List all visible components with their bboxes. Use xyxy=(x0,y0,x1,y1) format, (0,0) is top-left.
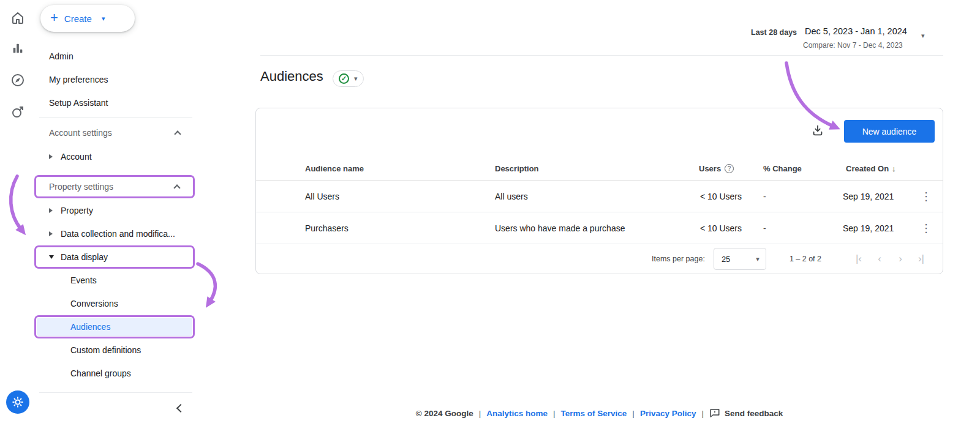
header-audience-name[interactable]: Audience name xyxy=(305,156,364,181)
app-rail xyxy=(0,0,34,437)
audience-name-cell: Purchasers xyxy=(305,212,349,244)
expand-right-icon xyxy=(49,231,53,236)
pagination-bar: Items per page: 25 ▾ 1 – 2 of 2 |‹ ‹ › ›… xyxy=(256,244,943,274)
expand-right-icon xyxy=(49,154,53,159)
last-page-icon[interactable]: ›| xyxy=(911,248,932,269)
created-on-header-label: Created On xyxy=(846,164,889,173)
property-label: Property xyxy=(61,206,93,215)
row-menu-icon[interactable]: ⋮ xyxy=(918,181,935,212)
sidebar-item-data-collection[interactable]: Data collection and modifica... xyxy=(34,222,196,245)
sidebar-item-property[interactable]: Property xyxy=(34,199,196,222)
sidebar-item-conversions[interactable]: Conversions xyxy=(34,292,196,315)
copyright-label: © 2024 Google xyxy=(416,409,473,418)
users-header-label: Users xyxy=(699,164,721,173)
sidebar-item-my-preferences[interactable]: My preferences xyxy=(34,68,196,91)
data-display-label: Data display xyxy=(61,252,108,262)
expand-right-icon xyxy=(49,208,53,213)
description-cell: Users who have made a purchase xyxy=(495,212,625,244)
created-on-cell: Sep 19, 2021 xyxy=(843,212,894,244)
account-settings-label: Account settings xyxy=(49,128,112,138)
page-footer: © 2024 Google | Analytics home | Terms o… xyxy=(255,404,943,422)
new-audience-button[interactable]: New audience xyxy=(844,120,935,143)
download-icon[interactable] xyxy=(809,122,826,139)
created-on-cell: Sep 19, 2021 xyxy=(843,181,894,212)
active-item-highlight xyxy=(37,318,192,336)
date-range-value: Dec 5, 2023 - Jan 1, 2024 xyxy=(805,26,907,36)
items-per-page-select[interactable]: 25 ▾ xyxy=(714,248,766,270)
table-row[interactable]: All Users All users < 10 Users - Sep 19,… xyxy=(256,181,943,212)
page-range-label: 1 – 2 of 2 xyxy=(790,255,821,263)
date-preset-label: Last 28 days xyxy=(751,28,797,37)
advertising-icon[interactable] xyxy=(10,104,26,120)
send-feedback-label: Send feedback xyxy=(725,409,783,418)
page-title: Audiences xyxy=(260,69,323,84)
footer-separator: | xyxy=(701,409,704,418)
privacy-policy-link[interactable]: Privacy Policy xyxy=(640,409,696,418)
plus-icon: + xyxy=(50,11,58,24)
header-created-on[interactable]: Created On ↓ xyxy=(846,156,896,181)
create-label: Create xyxy=(64,13,92,24)
sidebar-section-account-settings[interactable]: Account settings xyxy=(34,121,196,144)
description-cell: All users xyxy=(495,181,528,212)
terms-of-service-link[interactable]: Terms of Service xyxy=(561,409,627,418)
home-icon[interactable] xyxy=(10,10,26,26)
change-cell: - xyxy=(763,181,766,212)
sidebar-item-audiences[interactable]: Audiences xyxy=(34,315,195,338)
audiences-label: Audiences xyxy=(70,322,110,332)
reports-icon[interactable] xyxy=(10,40,26,56)
header-users[interactable]: Users ? xyxy=(699,156,734,181)
row-menu-icon[interactable]: ⋮ xyxy=(918,212,935,244)
audience-status-chip[interactable]: ✓ ▾ xyxy=(333,70,364,87)
chevron-down-icon: ▾ xyxy=(102,15,105,23)
previous-page-icon[interactable]: ‹ xyxy=(869,248,890,269)
audience-name-cell: All Users xyxy=(305,181,339,212)
help-icon[interactable]: ? xyxy=(725,164,734,173)
check-circle-icon: ✓ xyxy=(339,73,349,84)
sidebar-divider xyxy=(39,117,192,118)
sidebar-item-account[interactable]: Account xyxy=(34,145,196,168)
expand-down-icon xyxy=(49,255,54,259)
change-cell: - xyxy=(763,212,766,244)
footer-separator: | xyxy=(553,409,556,418)
chevron-down-icon: ▾ xyxy=(354,75,358,83)
sidebar-item-admin[interactable]: Admin xyxy=(34,45,196,68)
users-cell: < 10 Users xyxy=(660,181,742,212)
header-description[interactable]: Description xyxy=(495,156,539,181)
footer-separator: | xyxy=(479,409,481,418)
items-per-page-label: Items per page: xyxy=(652,255,705,263)
sidebar-section-property-settings[interactable]: Property settings xyxy=(34,175,195,198)
property-settings-label: Property settings xyxy=(49,182,113,192)
users-cell: < 10 Users xyxy=(660,212,742,244)
create-button[interactable]: + Create ▾ xyxy=(40,5,135,32)
first-page-icon[interactable]: |‹ xyxy=(848,248,869,269)
send-feedback-button[interactable]: Send feedback xyxy=(709,408,783,419)
chevron-up-icon xyxy=(174,130,181,137)
admin-gear-icon[interactable] xyxy=(6,390,29,414)
analytics-home-link[interactable]: Analytics home xyxy=(486,409,548,418)
chevron-up-icon xyxy=(173,184,180,191)
footer-separator: | xyxy=(632,409,635,418)
sort-descending-icon: ↓ xyxy=(892,164,896,173)
next-page-icon[interactable]: › xyxy=(890,248,911,269)
arrow-to-audiences xyxy=(198,264,215,301)
account-label: Account xyxy=(61,152,92,162)
collapse-sidebar-icon[interactable] xyxy=(176,404,185,413)
date-compare-value: Compare: Nov 7 - Dec 4, 2023 xyxy=(803,41,903,50)
date-range-picker[interactable]: Last 28 days Dec 5, 2023 - Jan 1, 2024 C… xyxy=(741,23,932,53)
sidebar-divider xyxy=(39,392,192,393)
header-change[interactable]: % Change xyxy=(763,156,802,181)
sidebar-item-events[interactable]: Events xyxy=(34,269,196,292)
admin-sidebar: + Create ▾ Admin My preferences Setup As… xyxy=(34,0,196,437)
sidebar-item-custom-definitions[interactable]: Custom definitions xyxy=(34,338,196,362)
feedback-bubble-icon xyxy=(709,408,720,419)
chevron-down-icon: ▾ xyxy=(756,255,760,263)
explore-icon[interactable] xyxy=(10,72,26,88)
items-per-page-value: 25 xyxy=(722,255,730,264)
sidebar-item-data-display[interactable]: Data display xyxy=(34,245,195,269)
chevron-down-icon: ▾ xyxy=(921,32,925,40)
sidebar-item-channel-groups[interactable]: Channel groups xyxy=(34,362,196,385)
sidebar-item-setup-assistant[interactable]: Setup Assistant xyxy=(34,91,196,114)
table-header-row: Audience name Description Users ? % Chan… xyxy=(256,156,943,181)
table-row[interactable]: Purchasers Users who have made a purchas… xyxy=(256,212,943,244)
data-collection-label: Data collection and modifica... xyxy=(61,229,175,239)
